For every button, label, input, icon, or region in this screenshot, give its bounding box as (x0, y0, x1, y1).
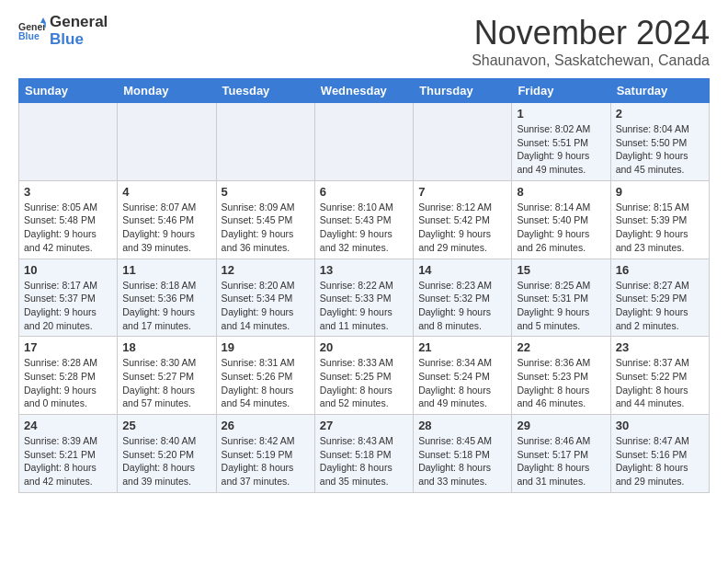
calendar-day-cell (314, 103, 413, 181)
day-number: 22 (517, 340, 605, 354)
day-number: 14 (418, 263, 506, 277)
col-monday: Monday (118, 79, 216, 103)
calendar-day-cell: 2Sunrise: 8:04 AM Sunset: 5:50 PM Daylig… (610, 103, 709, 181)
calendar-day-cell: 16Sunrise: 8:27 AM Sunset: 5:29 PM Dayli… (610, 259, 709, 337)
calendar-day-cell: 10Sunrise: 8:17 AM Sunset: 5:37 PM Dayli… (19, 259, 118, 337)
day-number: 2 (616, 107, 704, 121)
calendar-day-cell: 18Sunrise: 8:30 AM Sunset: 5:27 PM Dayli… (118, 337, 216, 415)
day-number: 21 (418, 340, 506, 354)
calendar-day-cell: 4Sunrise: 8:07 AM Sunset: 5:46 PM Daylig… (118, 180, 216, 259)
day-number: 9 (616, 185, 704, 199)
day-info: Sunrise: 8:42 AM Sunset: 5:19 PM Dayligh… (222, 434, 310, 488)
calendar-day-cell: 12Sunrise: 8:20 AM Sunset: 5:34 PM Dayli… (216, 259, 314, 337)
calendar-day-cell: 24Sunrise: 8:39 AM Sunset: 5:21 PM Dayli… (19, 415, 118, 493)
calendar-day-cell: 13Sunrise: 8:22 AM Sunset: 5:33 PM Dayli… (314, 259, 413, 337)
day-number: 20 (320, 340, 408, 354)
calendar-table: Sunday Monday Tuesday Wednesday Thursday… (18, 78, 710, 493)
title-section: November 2024 Shaunavon, Saskatchewan, C… (472, 14, 710, 69)
calendar-week-row: 24Sunrise: 8:39 AM Sunset: 5:21 PM Dayli… (19, 415, 710, 493)
day-info: Sunrise: 8:09 AM Sunset: 5:45 PM Dayligh… (222, 201, 310, 255)
day-info: Sunrise: 8:20 AM Sunset: 5:34 PM Dayligh… (222, 279, 310, 333)
calendar-day-cell: 26Sunrise: 8:42 AM Sunset: 5:19 PM Dayli… (216, 415, 314, 493)
day-info: Sunrise: 8:15 AM Sunset: 5:39 PM Dayligh… (616, 201, 704, 255)
day-number: 27 (320, 419, 408, 432)
calendar-week-row: 3Sunrise: 8:05 AM Sunset: 5:48 PM Daylig… (19, 180, 710, 259)
calendar-day-cell: 27Sunrise: 8:43 AM Sunset: 5:18 PM Dayli… (314, 415, 413, 493)
day-info: Sunrise: 8:31 AM Sunset: 5:26 PM Dayligh… (222, 356, 310, 410)
day-number: 25 (122, 419, 210, 432)
day-info: Sunrise: 8:40 AM Sunset: 5:20 PM Dayligh… (122, 434, 210, 488)
day-info: Sunrise: 8:23 AM Sunset: 5:32 PM Dayligh… (418, 279, 506, 333)
logo: General Blue General Blue (18, 14, 108, 48)
day-info: Sunrise: 8:43 AM Sunset: 5:18 PM Dayligh… (320, 434, 408, 488)
day-number: 5 (222, 185, 310, 199)
day-number: 13 (320, 263, 408, 277)
day-number: 17 (24, 340, 112, 354)
day-info: Sunrise: 8:18 AM Sunset: 5:36 PM Dayligh… (122, 279, 210, 333)
day-number: 28 (418, 419, 506, 432)
calendar-day-cell: 7Sunrise: 8:12 AM Sunset: 5:42 PM Daylig… (414, 180, 512, 259)
calendar-day-cell (19, 103, 118, 181)
day-info: Sunrise: 8:45 AM Sunset: 5:18 PM Dayligh… (418, 434, 506, 488)
calendar-week-row: 1Sunrise: 8:02 AM Sunset: 5:51 PM Daylig… (19, 103, 710, 181)
calendar-day-cell: 9Sunrise: 8:15 AM Sunset: 5:39 PM Daylig… (610, 180, 709, 259)
calendar-day-cell: 3Sunrise: 8:05 AM Sunset: 5:48 PM Daylig… (19, 180, 118, 259)
day-info: Sunrise: 8:37 AM Sunset: 5:22 PM Dayligh… (616, 356, 704, 410)
day-info: Sunrise: 8:12 AM Sunset: 5:42 PM Dayligh… (418, 201, 506, 255)
day-number: 6 (320, 185, 408, 199)
day-info: Sunrise: 8:02 AM Sunset: 5:51 PM Dayligh… (517, 122, 605, 177)
calendar-day-cell: 20Sunrise: 8:33 AM Sunset: 5:25 PM Dayli… (314, 337, 413, 415)
day-info: Sunrise: 8:10 AM Sunset: 5:43 PM Dayligh… (320, 201, 408, 255)
calendar-day-cell: 6Sunrise: 8:10 AM Sunset: 5:43 PM Daylig… (314, 180, 413, 259)
svg-text:Blue: Blue (18, 30, 40, 41)
logo-blue: Blue (50, 31, 108, 49)
day-info: Sunrise: 8:34 AM Sunset: 5:24 PM Dayligh… (418, 356, 506, 410)
day-info: Sunrise: 8:17 AM Sunset: 5:37 PM Dayligh… (24, 279, 112, 333)
calendar-week-row: 17Sunrise: 8:28 AM Sunset: 5:28 PM Dayli… (19, 337, 710, 415)
calendar-week-row: 10Sunrise: 8:17 AM Sunset: 5:37 PM Dayli… (19, 259, 710, 337)
calendar-day-cell: 25Sunrise: 8:40 AM Sunset: 5:20 PM Dayli… (118, 415, 216, 493)
day-info: Sunrise: 8:46 AM Sunset: 5:17 PM Dayligh… (517, 434, 605, 488)
calendar-day-cell: 23Sunrise: 8:37 AM Sunset: 5:22 PM Dayli… (610, 337, 709, 415)
col-tuesday: Tuesday (216, 79, 314, 103)
calendar-day-cell: 29Sunrise: 8:46 AM Sunset: 5:17 PM Dayli… (512, 415, 610, 493)
day-number: 23 (616, 340, 704, 354)
calendar-day-cell: 14Sunrise: 8:23 AM Sunset: 5:32 PM Dayli… (414, 259, 512, 337)
day-number: 16 (616, 263, 704, 277)
day-number: 3 (24, 185, 112, 199)
logo-icon: General Blue (18, 17, 46, 45)
day-info: Sunrise: 8:36 AM Sunset: 5:23 PM Dayligh… (517, 356, 605, 410)
calendar-day-cell: 8Sunrise: 8:14 AM Sunset: 5:40 PM Daylig… (512, 180, 610, 259)
day-info: Sunrise: 8:14 AM Sunset: 5:40 PM Dayligh… (517, 201, 605, 255)
day-number: 26 (222, 419, 310, 432)
day-info: Sunrise: 8:30 AM Sunset: 5:27 PM Dayligh… (122, 356, 210, 410)
day-number: 7 (418, 185, 506, 199)
day-info: Sunrise: 8:07 AM Sunset: 5:46 PM Dayligh… (122, 201, 210, 255)
month-title: November 2024 (472, 14, 710, 52)
day-info: Sunrise: 8:04 AM Sunset: 5:50 PM Dayligh… (616, 122, 704, 177)
calendar-day-cell: 5Sunrise: 8:09 AM Sunset: 5:45 PM Daylig… (216, 180, 314, 259)
day-number: 12 (222, 263, 310, 277)
calendar-day-cell: 1Sunrise: 8:02 AM Sunset: 5:51 PM Daylig… (512, 103, 610, 181)
col-sunday: Sunday (19, 79, 118, 103)
calendar-day-cell: 28Sunrise: 8:45 AM Sunset: 5:18 PM Dayli… (414, 415, 512, 493)
day-number: 1 (517, 107, 605, 121)
day-number: 4 (122, 185, 210, 199)
day-info: Sunrise: 8:22 AM Sunset: 5:33 PM Dayligh… (320, 279, 408, 333)
calendar-day-cell (414, 103, 512, 181)
logo-general: General (50, 14, 108, 31)
col-saturday: Saturday (610, 79, 709, 103)
header: General Blue General Blue November 2024 … (18, 14, 710, 69)
day-info: Sunrise: 8:28 AM Sunset: 5:28 PM Dayligh… (24, 356, 112, 410)
day-number: 10 (24, 263, 112, 277)
day-info: Sunrise: 8:25 AM Sunset: 5:31 PM Dayligh… (517, 279, 605, 333)
calendar-day-cell: 22Sunrise: 8:36 AM Sunset: 5:23 PM Dayli… (512, 337, 610, 415)
day-number: 8 (517, 185, 605, 199)
location: Shaunavon, Saskatchewan, Canada (472, 52, 710, 69)
day-number: 24 (24, 419, 112, 432)
day-info: Sunrise: 8:47 AM Sunset: 5:16 PM Dayligh… (616, 434, 704, 488)
calendar-day-cell: 30Sunrise: 8:47 AM Sunset: 5:16 PM Dayli… (610, 415, 709, 493)
calendar-day-cell: 19Sunrise: 8:31 AM Sunset: 5:26 PM Dayli… (216, 337, 314, 415)
calendar-day-cell: 21Sunrise: 8:34 AM Sunset: 5:24 PM Dayli… (414, 337, 512, 415)
calendar-header-row: Sunday Monday Tuesday Wednesday Thursday… (19, 79, 710, 103)
